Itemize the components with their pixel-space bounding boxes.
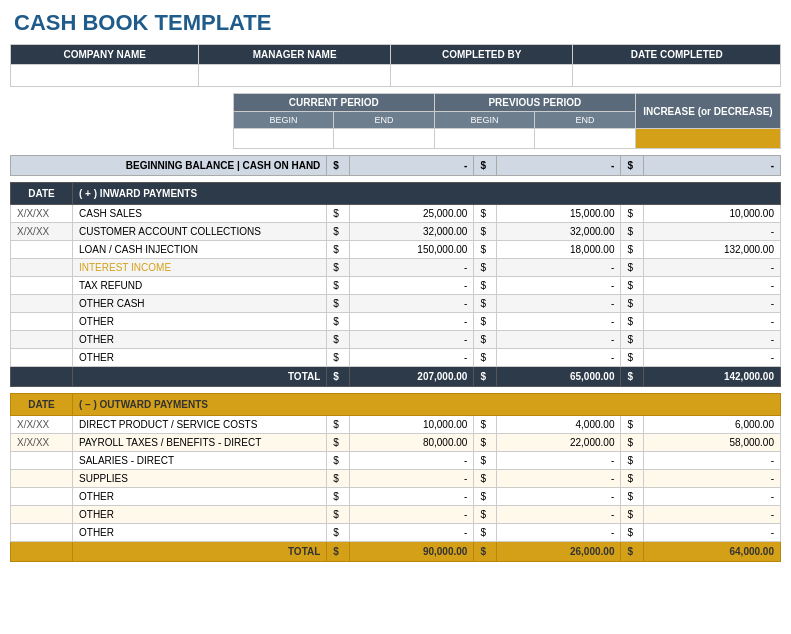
- inward-inc-val-0: 10,000.00: [644, 205, 781, 223]
- balance-prev-dollar: $: [474, 156, 497, 176]
- balance-curr-value: -: [350, 156, 474, 176]
- company-name-input[interactable]: [11, 65, 199, 87]
- inward-total-curr-val: 207,000.00: [350, 367, 474, 387]
- increase-input[interactable]: [635, 129, 780, 149]
- outward-section-row: DATE ( – ) OUTWARD PAYMENTS: [11, 394, 781, 416]
- outward-total-row: TOTAL $ 90,000.00 $ 26,000.00 $ 64,000.0…: [11, 542, 781, 562]
- inward-row-7: OTHER $ - $ - $ -: [11, 331, 781, 349]
- balance-inc-dollar: $: [621, 156, 644, 176]
- previous-begin-input[interactable]: [434, 129, 535, 149]
- inward-total-prev-dollar: $: [474, 367, 497, 387]
- inward-row-2: LOAN / CASH INJECTION $ 150,000.00 $ 18,…: [11, 241, 781, 259]
- previous-end-header: END: [535, 112, 636, 129]
- page-title: CASH BOOK TEMPLATE: [10, 10, 781, 36]
- inward-total-inc-dollar: $: [621, 367, 644, 387]
- current-period-header: CURRENT PERIOD: [233, 94, 434, 112]
- inward-date-0: X/X/XX: [11, 205, 73, 223]
- manager-name-header: MANAGER NAME: [199, 45, 390, 65]
- inward-row-3: INTEREST INCOME $ - $ - $ -: [11, 259, 781, 277]
- current-begin-header: BEGIN: [233, 112, 334, 129]
- header-table: COMPANY NAME MANAGER NAME COMPLETED BY D…: [10, 44, 781, 87]
- inward-table: DATE ( + ) INWARD PAYMENTS X/X/XX CASH S…: [10, 182, 781, 387]
- inward-row-1: X/X/XX CUSTOMER ACCOUNT COLLECTIONS $ 32…: [11, 223, 781, 241]
- inward-label-1: CUSTOMER ACCOUNT COLLECTIONS: [73, 223, 327, 241]
- previous-end-input[interactable]: [535, 129, 636, 149]
- inward-prev-val-0: 15,000.00: [497, 205, 621, 223]
- inward-total-label: TOTAL: [73, 367, 327, 387]
- increase-decrease-header: INCREASE (or DECREASE): [635, 94, 780, 129]
- inward-curr-val-0: 25,000.00: [350, 205, 474, 223]
- inward-total-prev-val: 65,000.00: [497, 367, 621, 387]
- balance-label: BEGINNING BALANCE | CASH ON HAND: [11, 156, 327, 176]
- inward-date-header: DATE: [11, 183, 73, 205]
- period-table: CURRENT PERIOD PREVIOUS PERIOD INCREASE …: [10, 93, 781, 149]
- date-completed-header: DATE COMPLETED: [573, 45, 781, 65]
- inward-row-0: X/X/XX CASH SALES $ 25,000.00 $ 15,000.0…: [11, 205, 781, 223]
- inward-prev-dollar-0: $: [474, 205, 497, 223]
- inward-total-curr-dollar: $: [327, 367, 350, 387]
- outward-row-2: SALARIES - DIRECT $ - $ - $ -: [11, 452, 781, 470]
- outward-total-inc-dollar: $: [621, 542, 644, 562]
- inward-date-1: X/X/XX: [11, 223, 73, 241]
- balance-table: BEGINNING BALANCE | CASH ON HAND $ - $ -…: [10, 155, 781, 176]
- company-name-header: COMPANY NAME: [11, 45, 199, 65]
- inward-row-6: OTHER $ - $ - $ -: [11, 313, 781, 331]
- inward-label-0: CASH SALES: [73, 205, 327, 223]
- outward-date-header: DATE: [11, 394, 73, 416]
- balance-inc-value: -: [644, 156, 781, 176]
- balance-curr-dollar: $: [327, 156, 350, 176]
- outward-total-label: TOTAL: [73, 542, 327, 562]
- inward-inc-dollar-0: $: [621, 205, 644, 223]
- outward-table: DATE ( – ) OUTWARD PAYMENTS X/X/XX DIREC…: [10, 393, 781, 562]
- previous-begin-header: BEGIN: [434, 112, 535, 129]
- manager-name-input[interactable]: [199, 65, 390, 87]
- inward-row-8: OTHER $ - $ - $ -: [11, 349, 781, 367]
- outward-row-3: SUPPLIES $ - $ - $ -: [11, 470, 781, 488]
- inward-section-label: ( + ) INWARD PAYMENTS: [73, 183, 781, 205]
- outward-row-0: X/X/XX DIRECT PRODUCT / SERVICE COSTS $ …: [11, 416, 781, 434]
- outward-row-4: OTHER $ - $ - $ -: [11, 488, 781, 506]
- outward-total-curr-val: 90,000.00: [350, 542, 474, 562]
- current-end-input[interactable]: [334, 129, 435, 149]
- completed-by-input[interactable]: [390, 65, 573, 87]
- inward-total-inc-val: 142,000.00: [644, 367, 781, 387]
- inward-row-4: TAX REFUND $ - $ - $ -: [11, 277, 781, 295]
- inward-curr-dollar-0: $: [327, 205, 350, 223]
- previous-period-header: PREVIOUS PERIOD: [434, 94, 635, 112]
- current-end-header: END: [334, 112, 435, 129]
- outward-total-inc-val: 64,000.00: [644, 542, 781, 562]
- inward-total-row: TOTAL $ 207,000.00 $ 65,000.00 $ 142,000…: [11, 367, 781, 387]
- outward-row-1: X/X/XX PAYROLL TAXES / BENEFITS - DIRECT…: [11, 434, 781, 452]
- outward-row-6: OTHER $ - $ - $ -: [11, 524, 781, 542]
- date-completed-input[interactable]: [573, 65, 781, 87]
- completed-by-header: COMPLETED BY: [390, 45, 573, 65]
- outward-section-label: ( – ) OUTWARD PAYMENTS: [73, 394, 781, 416]
- outward-total-prev-dollar: $: [474, 542, 497, 562]
- outward-total-curr-dollar: $: [327, 542, 350, 562]
- current-begin-input[interactable]: [233, 129, 334, 149]
- inward-row-5: OTHER CASH $ - $ - $ -: [11, 295, 781, 313]
- outward-total-prev-val: 26,000.00: [497, 542, 621, 562]
- outward-row-5: OTHER $ - $ - $ -: [11, 506, 781, 524]
- balance-prev-value: -: [497, 156, 621, 176]
